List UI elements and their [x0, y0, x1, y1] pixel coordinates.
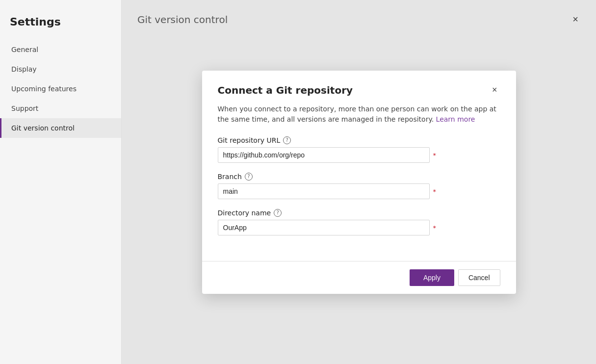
sidebar-item-support[interactable]: Support — [0, 99, 121, 118]
apply-button[interactable]: Apply — [410, 269, 454, 286]
sidebar-item-git-version-control[interactable]: Git version control — [0, 118, 121, 138]
repo-url-label: Git repository URL ? — [218, 136, 500, 144]
modal-body: Connect a Git repository × When you conn… — [202, 71, 516, 261]
branch-input[interactable] — [218, 183, 430, 199]
directory-name-group: Directory name ? * — [218, 209, 500, 235]
modal-description: When you connect to a repository, more t… — [218, 104, 500, 125]
sidebar-item-general[interactable]: General — [0, 40, 121, 59]
repo-url-input[interactable] — [218, 147, 430, 163]
cancel-button[interactable]: Cancel — [458, 269, 500, 286]
sidebar: Settings General Display Upcoming featur… — [0, 0, 122, 364]
repo-url-input-wrapper: * — [218, 147, 500, 163]
branch-help-icon[interactable]: ? — [245, 173, 253, 181]
modal-title: Connect a Git repository — [218, 84, 353, 96]
sidebar-title: Settings — [0, 12, 121, 40]
modal-header: Connect a Git repository × — [218, 84, 500, 96]
main-content: Git version control × Connect a Git repo… — [122, 0, 596, 364]
directory-name-required: * — [433, 224, 437, 232]
directory-name-label: Directory name ? — [218, 209, 500, 217]
directory-name-input[interactable] — [218, 220, 430, 235]
modal-close-button[interactable]: × — [489, 84, 500, 95]
modal-overlay: Connect a Git repository × When you conn… — [122, 0, 596, 364]
branch-input-wrapper: * — [218, 183, 500, 199]
branch-group: Branch ? * — [218, 173, 500, 199]
branch-required: * — [433, 188, 437, 195]
modal-footer: Apply Cancel — [202, 261, 516, 294]
directory-name-help-icon[interactable]: ? — [274, 209, 282, 217]
repo-url-required: * — [433, 152, 437, 159]
sidebar-item-upcoming-features[interactable]: Upcoming features — [0, 79, 121, 99]
repo-url-group: Git repository URL ? * — [218, 136, 500, 163]
learn-more-link[interactable]: Learn more — [436, 115, 475, 123]
directory-name-input-wrapper: * — [218, 220, 500, 235]
connect-git-modal: Connect a Git repository × When you conn… — [202, 71, 516, 294]
branch-label: Branch ? — [218, 173, 500, 181]
sidebar-item-display[interactable]: Display — [0, 59, 121, 79]
repo-url-help-icon[interactable]: ? — [283, 136, 291, 144]
